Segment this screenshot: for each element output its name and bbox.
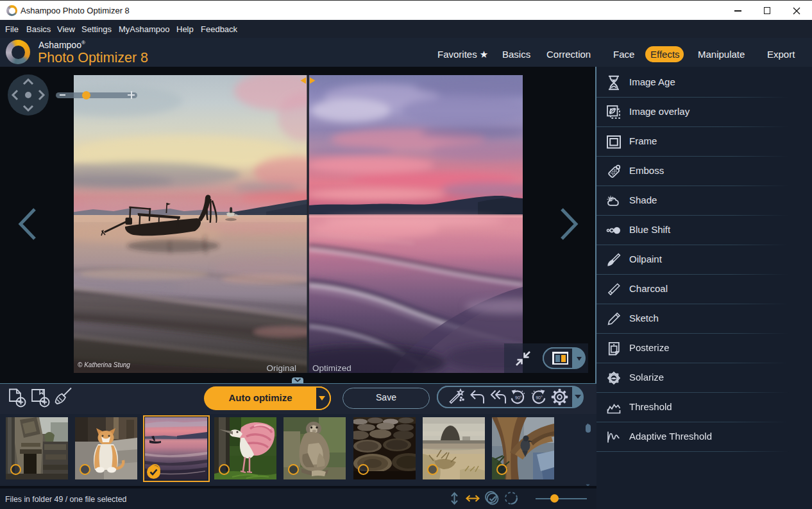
svg-text:90°: 90°	[515, 395, 522, 400]
svg-text:Original: Original	[266, 363, 296, 373]
svg-text:© Katherina Stung: © Katherina Stung	[78, 361, 130, 368]
svg-text:90°: 90°	[536, 395, 543, 400]
svg-text:Optimized: Optimized	[312, 363, 351, 373]
